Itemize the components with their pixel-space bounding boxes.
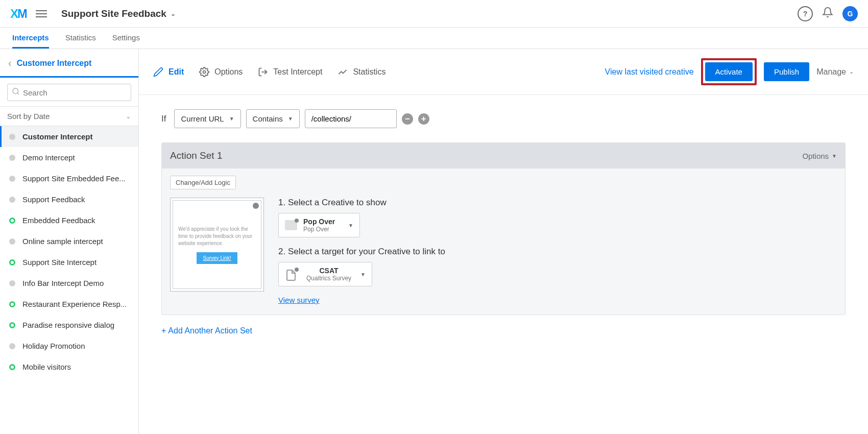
- add-action-set-button[interactable]: + Add Another Action Set: [161, 326, 846, 335]
- activate-highlight: Activate: [701, 58, 757, 85]
- sidebar-item-mobile[interactable]: Mobile visitors: [0, 356, 138, 377]
- logo[interactable]: XM: [10, 7, 27, 21]
- intercept-label: Info Bar Intercept Demo: [22, 279, 104, 287]
- back-icon[interactable]: ‹: [8, 57, 12, 69]
- preview-inner: We'd appreciate if you took the time to …: [173, 200, 261, 289]
- sidebar-item-info-bar[interactable]: Info Bar Intercept Demo: [0, 273, 138, 294]
- notifications-icon[interactable]: [822, 7, 833, 21]
- sidebar-item-support-embedded[interactable]: Support Site Embedded Fee...: [0, 168, 138, 189]
- step1-label: 1. Select a Creative to show: [278, 198, 837, 208]
- header-right: ? G: [798, 6, 858, 21]
- project-title-dropdown[interactable]: Support Site Feedback ⌄: [61, 8, 176, 19]
- add-action-label: Add Another Action Set: [168, 326, 252, 335]
- svg-line-1: [17, 93, 19, 94]
- intercept-label: Mobile visitors: [22, 363, 71, 371]
- publish-button[interactable]: Publish: [764, 62, 809, 81]
- intercept-label: Support Feedback: [22, 195, 85, 204]
- test-intercept-button[interactable]: Test Intercept: [258, 67, 322, 77]
- edit-button[interactable]: Edit: [153, 67, 184, 77]
- search-input[interactable]: [23, 88, 127, 97]
- sidebar-item-demo-intercept[interactable]: Demo Intercept: [0, 147, 138, 168]
- sidebar-item-restaurant[interactable]: Restaurant Experience Resp...: [0, 294, 138, 315]
- hamburger-icon[interactable]: [36, 10, 47, 17]
- project-title-label: Support Site Feedback: [61, 8, 166, 19]
- edit-label: Edit: [168, 67, 184, 77]
- intercept-label: Demo Intercept: [22, 153, 75, 162]
- caret-down-icon: ▼: [348, 223, 353, 228]
- sort-label: Sort by Date: [7, 112, 50, 120]
- top-header: XM Support Site Feedback ⌄ ? G: [0, 0, 868, 28]
- search-icon: [12, 87, 20, 98]
- condition-field-value: Current URL: [181, 114, 224, 123]
- status-dot: [9, 155, 15, 161]
- caret-down-icon: ▼: [360, 272, 366, 277]
- sidebar-item-paradise[interactable]: Paradise responsive dialog: [0, 315, 138, 335]
- view-survey-link[interactable]: View survey: [278, 296, 320, 304]
- action-set-header: Action Set 1 Options ▼: [162, 143, 845, 168]
- chevron-down-icon: ⌄: [126, 112, 131, 120]
- user-avatar[interactable]: G: [842, 6, 858, 21]
- sidebar-title: Customer Intercept: [17, 59, 92, 68]
- action-set: Action Set 1 Options ▼ Change/Add Logic …: [161, 142, 846, 315]
- document-icon: [285, 269, 297, 279]
- condition-row: If Current URL ▼ Contains ▼ − +: [161, 109, 846, 128]
- primary-tabs: Intercepts Statistics Settings: [0, 28, 868, 49]
- manage-dropdown[interactable]: Manage ⌄: [816, 67, 854, 77]
- test-label: Test Intercept: [273, 67, 322, 77]
- sidebar-item-embedded-feedback[interactable]: Embedded Feedback: [0, 210, 138, 231]
- condition-value-input[interactable]: [305, 109, 397, 128]
- intercept-label: Paradise responsive dialog: [22, 321, 114, 329]
- chevron-down-icon: ⌄: [171, 10, 176, 17]
- action-set-body: Change/Add Logic We'd appreciate if you …: [162, 168, 845, 315]
- options-button[interactable]: Options: [199, 67, 243, 77]
- creative-preview[interactable]: We'd appreciate if you took the time to …: [170, 198, 264, 292]
- intercept-label: Restaurant Experience Resp...: [22, 300, 127, 308]
- toolbar-right: View last visited creative Activate Publ…: [605, 58, 854, 85]
- add-condition-icon[interactable]: +: [418, 113, 429, 125]
- creative-picker[interactable]: Pop Over Pop Over ▼: [278, 213, 360, 237]
- search-box[interactable]: [7, 84, 131, 101]
- target-picker[interactable]: CSAT Qualtrics Survey ▼: [278, 262, 372, 286]
- content: Edit Options Test Intercept Statistics V…: [139, 49, 868, 434]
- creative-title: Pop Over: [303, 218, 342, 226]
- activate-button[interactable]: Activate: [705, 62, 753, 81]
- sidebar-item-support-site-intercept[interactable]: Support Site Intercept: [0, 252, 138, 273]
- condition-field-dropdown[interactable]: Current URL ▼: [174, 109, 240, 128]
- intercept-label: Embedded Feedback: [22, 216, 95, 225]
- statistics-button[interactable]: Statistics: [337, 67, 385, 77]
- status-dot: [9, 343, 15, 349]
- step2-label: 2. Select a target for your Creative to …: [278, 247, 837, 257]
- sort-dropdown[interactable]: Sort by Date ⌄: [0, 106, 138, 126]
- target-title: CSAT: [303, 267, 354, 275]
- action-set-options-dropdown[interactable]: Options ▼: [802, 152, 837, 160]
- intercept-label: Holiday Promotion: [22, 342, 85, 350]
- sidebar-item-holiday[interactable]: Holiday Promotion: [0, 335, 138, 356]
- intercept-label: Online sample intercept: [22, 237, 103, 246]
- options-label: Options: [214, 67, 243, 77]
- manage-label: Manage: [816, 67, 846, 77]
- condition-operator-dropdown[interactable]: Contains ▼: [246, 109, 300, 128]
- popup-icon: [285, 220, 297, 230]
- view-creative-link[interactable]: View last visited creative: [605, 67, 694, 77]
- picker-text: CSAT Qualtrics Survey: [303, 267, 354, 282]
- tab-intercepts[interactable]: Intercepts: [12, 28, 49, 49]
- status-dot: [9, 218, 15, 224]
- sidebar: ‹ Customer Intercept Sort by Date ⌄ Cust…: [0, 49, 139, 434]
- status-dot: [9, 364, 15, 370]
- close-icon: [253, 203, 259, 209]
- sidebar-item-customer-intercept[interactable]: Customer Intercept: [0, 126, 138, 147]
- remove-condition-icon[interactable]: −: [402, 113, 413, 125]
- status-dot: [9, 238, 15, 245]
- creative-subtitle: Pop Over: [303, 226, 342, 233]
- caret-down-icon: ▼: [288, 116, 293, 122]
- sidebar-item-online-sample[interactable]: Online sample intercept: [0, 231, 138, 252]
- tab-settings[interactable]: Settings: [112, 28, 140, 49]
- intercept-label: Support Site Embedded Fee...: [22, 174, 126, 183]
- sidebar-item-support-feedback[interactable]: Support Feedback: [0, 189, 138, 210]
- tab-statistics[interactable]: Statistics: [65, 28, 96, 49]
- help-icon[interactable]: ?: [798, 6, 813, 21]
- caret-down-icon: ▼: [832, 153, 837, 159]
- main-layout: ‹ Customer Intercept Sort by Date ⌄ Cust…: [0, 49, 868, 434]
- change-add-logic-button[interactable]: Change/Add Logic: [170, 176, 236, 189]
- status-dot: [9, 259, 15, 266]
